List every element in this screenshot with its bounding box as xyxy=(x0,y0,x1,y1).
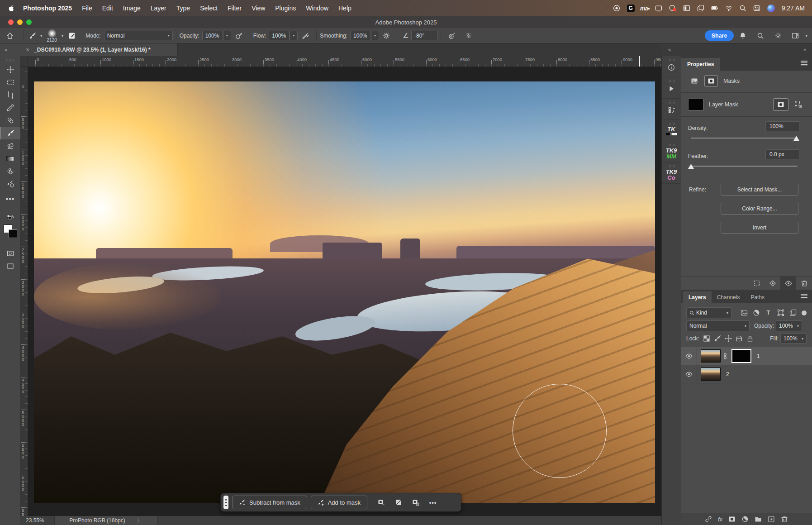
recorder-panel-button[interactable] xyxy=(662,99,681,120)
flow-value[interactable]: 100% xyxy=(269,31,290,40)
lock-pixels-icon[interactable] xyxy=(712,335,723,342)
menu-type[interactable]: Type xyxy=(171,5,195,12)
home-icon[interactable] xyxy=(0,32,20,39)
minimize-window-button[interactable] xyxy=(17,19,23,25)
brush-preset-chevron-icon[interactable]: ▾ xyxy=(40,33,43,38)
actions-panel-button[interactable] xyxy=(662,77,681,99)
lock-position-icon[interactable] xyxy=(723,335,734,342)
zoom-level-field[interactable]: 23.55% xyxy=(20,517,54,524)
marquee-tool[interactable] xyxy=(0,76,20,89)
filter-type-icon[interactable]: T xyxy=(762,309,774,316)
collapse-tools-chevrons[interactable]: » xyxy=(0,43,20,56)
expand-panels-icon[interactable]: » xyxy=(803,47,807,52)
clock[interactable]: 9:27 AM xyxy=(782,5,805,12)
layer-visibility-eye-icon[interactable] xyxy=(681,365,697,383)
feather-slider-track[interactable] xyxy=(691,166,798,167)
display-icon[interactable] xyxy=(655,4,663,13)
brush-size-chevron-icon[interactable]: ▾ xyxy=(62,33,64,38)
mask-properties-tab-icon[interactable] xyxy=(704,75,718,87)
menu-layer[interactable]: Layer xyxy=(146,5,171,12)
window-title-bar[interactable]: Adobe Photoshop 2025 xyxy=(0,16,812,28)
smoothing-value[interactable]: 100% xyxy=(350,31,371,40)
invert-button[interactable]: Invert xyxy=(721,222,798,234)
tab-paths[interactable]: Paths xyxy=(745,291,770,303)
workspace-chevron-icon[interactable]: ▾ xyxy=(805,33,807,38)
link-layers-icon[interactable] xyxy=(705,515,712,523)
mask-visibility-icon[interactable] xyxy=(780,277,796,290)
tk9-multimask-panel-button[interactable]: TK9MM xyxy=(662,141,681,162)
tk9-combo-panel-button[interactable]: TK9Co xyxy=(662,162,681,184)
subtract-from-mask-button[interactable]: Subtract from mask xyxy=(232,496,307,509)
horizontal-ruler[interactable]: 0500100015002000250030003500400045005000… xyxy=(28,56,661,67)
edit-toolbar-button[interactable]: ••• xyxy=(0,193,20,205)
eraser-tool[interactable] xyxy=(0,139,20,152)
layer-name[interactable]: 1 xyxy=(757,353,760,359)
layer-row[interactable]: 1 xyxy=(681,347,812,365)
macro-icon[interactable]: ma• xyxy=(641,4,649,13)
density-value-field[interactable]: 100% xyxy=(765,121,799,131)
taskbar-drag-handle[interactable] xyxy=(223,496,228,509)
layers-menu-icon[interactable] xyxy=(801,293,807,300)
menu-view[interactable]: View xyxy=(247,5,270,12)
layer-thumbnail[interactable] xyxy=(701,368,721,381)
tk-panel-button[interactable]: TK xyxy=(662,120,681,141)
layer-fill-dropdown[interactable]: 100%▾ xyxy=(780,334,807,344)
collapse-panels-icon[interactable]: « xyxy=(668,47,671,52)
delete-mask-icon[interactable] xyxy=(796,277,812,290)
menu-window[interactable]: Window xyxy=(301,5,333,12)
menu-app-name[interactable]: Photoshop 2025 xyxy=(18,5,77,12)
more-options-icon[interactable]: ••• xyxy=(426,496,440,508)
add-vector-mask-icon[interactable] xyxy=(792,99,805,110)
properties-menu-icon[interactable] xyxy=(801,60,807,67)
pressure-size-icon[interactable] xyxy=(444,32,460,39)
blend-mode-dropdown[interactable]: Normal▾ xyxy=(104,31,173,40)
add-to-mask-button[interactable]: Add to mask xyxy=(311,496,367,509)
lock-artboard-icon[interactable] xyxy=(734,335,745,342)
brush-size-preview[interactable]: 2120 xyxy=(47,29,57,42)
select-and-mask-button[interactable]: Select and Mask... xyxy=(721,184,798,196)
info-panel-button[interactable] xyxy=(662,56,681,77)
layer-row[interactable]: 2 xyxy=(681,365,812,383)
layer-blend-mode-dropdown[interactable]: Normal▾ xyxy=(686,320,750,331)
brush-angle-value[interactable]: -80° xyxy=(411,31,437,40)
select-layer-mask-icon[interactable] xyxy=(773,98,788,111)
layer-name[interactable]: 2 xyxy=(726,371,729,377)
layer-thumbnail[interactable] xyxy=(701,349,721,363)
close-window-button[interactable] xyxy=(8,19,14,25)
lock-all-icon[interactable] xyxy=(745,335,755,342)
notification-badge-icon[interactable] xyxy=(669,4,677,13)
filter-shape-icon[interactable] xyxy=(774,309,787,316)
assistant-orb-icon[interactable] xyxy=(767,4,775,13)
lock-transparency-icon[interactable] xyxy=(701,335,712,342)
color-profile-indicator[interactable]: ProPhoto RGB (16bpc) 〉 xyxy=(54,516,157,525)
discover-lightbulb-icon[interactable] xyxy=(769,32,787,39)
healing-brush-tool[interactable] xyxy=(0,114,20,127)
new-layer-icon[interactable] xyxy=(768,515,775,523)
layer-mask-thumbnail[interactable] xyxy=(688,99,703,110)
add-layer-mask-icon[interactable] xyxy=(728,515,736,523)
filter-adjustment-icon[interactable] xyxy=(750,309,762,316)
record-icon[interactable] xyxy=(613,4,621,13)
mixer-brush-tool[interactable] xyxy=(0,177,20,190)
smoothing-chevron-icon[interactable]: ▾ xyxy=(371,31,379,40)
menu-filter[interactable]: Filter xyxy=(223,5,247,12)
menu-plugins[interactable]: Plugins xyxy=(270,5,301,12)
workspace-switcher-icon[interactable] xyxy=(787,32,803,39)
menu-select[interactable]: Select xyxy=(195,5,223,12)
brush-tool-preset-icon[interactable] xyxy=(27,32,38,39)
disable-mask-icon[interactable] xyxy=(392,496,405,508)
toggle-brush-settings-icon[interactable] xyxy=(65,32,79,39)
close-document-icon[interactable]: × xyxy=(26,46,29,53)
swap-colors-button[interactable] xyxy=(0,214,20,223)
symmetry-butterfly-icon[interactable] xyxy=(460,32,478,39)
move-tool[interactable] xyxy=(0,63,20,76)
tab-channels[interactable]: Channels xyxy=(712,291,746,303)
new-group-icon[interactable] xyxy=(755,515,762,523)
document-tab[interactable]: × _DSC0910.ARW @ 23.5% (1, Layer Mask/16… xyxy=(20,43,178,56)
mask-link-icon[interactable] xyxy=(722,353,729,360)
screen-mode-button[interactable] xyxy=(0,260,20,272)
share-button[interactable]: Share xyxy=(705,30,734,41)
copy-icon[interactable] xyxy=(697,4,705,13)
crop-tool[interactable] xyxy=(0,89,20,101)
filter-toggle-icon[interactable] xyxy=(802,310,807,315)
